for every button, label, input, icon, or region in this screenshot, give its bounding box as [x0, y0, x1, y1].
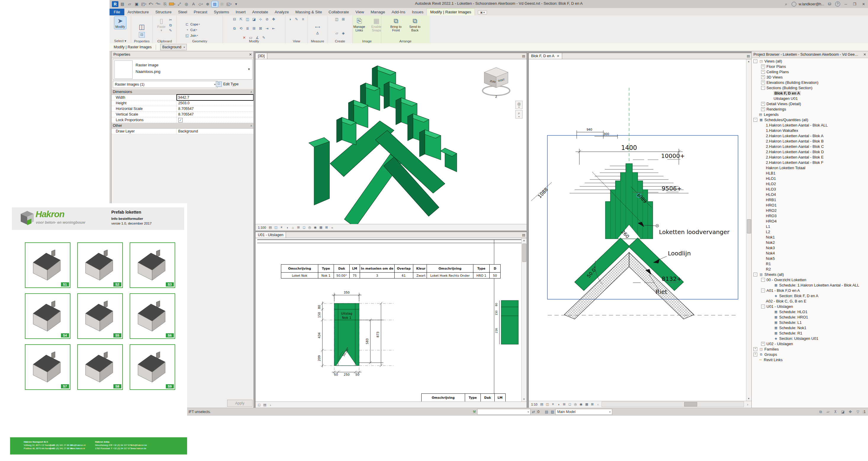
- tree-item[interactable]: Nok3: [752, 245, 868, 250]
- tree-item[interactable]: HRO3: [752, 213, 868, 218]
- u01-sheet-canvas[interactable]: Uitslag Nok 1: [255, 238, 526, 401]
- crop-view-icon[interactable]: ◻: [257, 402, 262, 407]
- tree-item[interactable]: ◈Section: Uitslagen U01: [752, 336, 868, 341]
- section-other[interactable]: Other٨: [112, 123, 254, 128]
- join-button[interactable]: ◱Join▾: [184, 33, 198, 38]
- tree-item[interactable]: +Elevations (Building Elevation): [752, 80, 868, 85]
- tab-add-ins[interactable]: Add-Ins: [389, 8, 409, 16]
- tree-item[interactable]: L1: [752, 224, 868, 229]
- window-menu-icon[interactable]: ▤: [521, 232, 527, 238]
- detail-level-icon[interactable]: ▤: [268, 225, 273, 230]
- view-window-u01[interactable]: U01 - Uitslagen▤: [255, 232, 527, 408]
- crop-view-icon[interactable]: ⊞: [562, 402, 567, 407]
- tree-item[interactable]: Uitslagen U01: [752, 96, 868, 101]
- tree-item[interactable]: ∾Revit Links: [752, 357, 868, 362]
- show-crop-icon[interactable]: ◻: [567, 402, 572, 407]
- tree-item[interactable]: ▦Schedule: Nok1: [752, 325, 868, 330]
- tree-item[interactable]: Hakron Loketten Totaal: [752, 165, 868, 170]
- drag-on-selection-toggle[interactable]: ✥: [847, 410, 853, 414]
- copy-icon[interactable]: ⧉: [232, 26, 237, 31]
- u01-title[interactable]: U01 - Uitslagen: [258, 233, 283, 237]
- loket-thumbnail-s5[interactable]: S5: [77, 293, 123, 339]
- tree-item[interactable]: -▦Schedules/Quantities (all): [752, 117, 868, 122]
- tree-item[interactable]: Nok5: [752, 256, 868, 261]
- tree-item[interactable]: 1.Hakron Loketten Aantal - Blok ALL: [752, 122, 868, 128]
- visual-style-icon[interactable]: ◫: [274, 225, 279, 230]
- tab-architecture[interactable]: Architecture: [124, 8, 152, 16]
- mirror-pick-axis-icon[interactable]: ◫: [245, 17, 250, 22]
- loket-thumbnail-s9[interactable]: S9: [130, 344, 175, 390]
- collapse-icon[interactable]: -: [761, 86, 765, 90]
- scale-button[interactable]: 1:100: [257, 226, 267, 229]
- loket-thumbnail-s4[interactable]: S4: [25, 293, 70, 339]
- hide-isolate-icon[interactable]: ◑: [287, 17, 293, 22]
- view-window-3d[interactable]: [3D]▤: [255, 53, 527, 231]
- cut-button[interactable]: ◔Cut▾: [184, 27, 197, 33]
- close-inactive-windows-icon[interactable]: ⊞: [219, 1, 225, 7]
- undo-icon[interactable]: ↶▾: [148, 1, 154, 7]
- tab-steel[interactable]: Steel: [175, 8, 191, 16]
- temporary-hide-icon[interactable]: ◎: [573, 402, 578, 407]
- expand-icon[interactable]: +: [753, 347, 757, 351]
- instance-filter-dropdown[interactable]: Raster Images (1)▾: [113, 81, 218, 88]
- blok-vertical-scrollbar[interactable]: ▲▼: [746, 59, 751, 401]
- app-store-icon[interactable]: ⛁: [827, 1, 833, 7]
- tab-annotate[interactable]: Annotate: [249, 8, 272, 16]
- help-icon[interactable]: ?: [835, 1, 840, 6]
- tab-systems[interactable]: Systems: [211, 8, 232, 16]
- tab-view[interactable]: View: [352, 8, 367, 16]
- shadows-icon[interactable]: ◑: [285, 225, 290, 230]
- design-options-icon[interactable]: ▨: [550, 410, 555, 414]
- height-field[interactable]: 2503.0: [177, 100, 254, 106]
- tree-item[interactable]: HRO2: [752, 208, 868, 213]
- tag-by-category-icon[interactable]: ◎: [183, 1, 189, 7]
- family-types-icon[interactable]: ⊟: [139, 32, 145, 38]
- tree-item[interactable]: HRB1: [752, 197, 868, 202]
- scroll-right-icon[interactable]: ›: [745, 402, 750, 407]
- match-properties-icon[interactable]: ✎: [168, 28, 173, 33]
- thin-lines-icon[interactable]: ▨: [212, 1, 218, 7]
- temporary-view-properties-icon[interactable]: ▦: [318, 225, 323, 230]
- tab-analyze[interactable]: Analyze: [272, 8, 292, 16]
- tree-item[interactable]: HLO3: [752, 186, 868, 192]
- close-button[interactable]: ✕: [860, 1, 867, 7]
- move-icon[interactable]: ✥: [271, 17, 276, 22]
- tree-item[interactable]: HLB1: [752, 170, 868, 176]
- aligned-dimension-icon[interactable]: ⤢: [176, 1, 182, 7]
- print-icon[interactable]: ⎘: [162, 1, 168, 7]
- expand-icon[interactable]: +: [761, 102, 765, 106]
- align-icon[interactable]: ⊟: [232, 17, 237, 22]
- restore-button[interactable]: ❐: [851, 1, 858, 7]
- tab-structure[interactable]: Structure: [152, 8, 175, 16]
- select-links-toggle[interactable]: ⧉: [818, 410, 824, 414]
- trim-corner-icon[interactable]: ⊞: [251, 26, 257, 31]
- tree-item[interactable]: -◳Views (all): [752, 58, 868, 64]
- expand-icon[interactable]: +: [761, 70, 765, 74]
- zoom-tool-icon[interactable]: ⌕▾: [516, 110, 523, 118]
- tree-item[interactable]: R2: [752, 266, 868, 272]
- blok-title[interactable]: Blok F, D en A: [531, 54, 555, 58]
- collapse-icon[interactable]: -: [753, 59, 757, 63]
- expand-viewbar-icon[interactable]: «: [330, 225, 335, 230]
- tree-item[interactable]: -U01 - Uitslagen: [752, 304, 868, 309]
- tree-item[interactable]: +Renderings: [752, 106, 868, 112]
- loket-thumbnail-s8[interactable]: S8: [77, 344, 123, 390]
- tree-item[interactable]: Nok1: [752, 234, 868, 240]
- expand-icon[interactable]: +: [761, 81, 765, 84]
- blok-horizontal-scrollbar[interactable]: [601, 401, 744, 407]
- detail-level-icon[interactable]: ▤: [539, 402, 544, 407]
- close-view-icon[interactable]: ✕: [557, 54, 560, 58]
- viewcube[interactable]: ZUID OOST Z: [480, 65, 513, 99]
- expand-icon[interactable]: +: [761, 65, 765, 68]
- loket-thumbnail-s6[interactable]: S6: [130, 293, 175, 339]
- customize-qat-icon[interactable]: ▾: [233, 1, 239, 7]
- redo-icon[interactable]: ↷▾: [155, 1, 161, 7]
- split-element-icon[interactable]: ⊹: [258, 17, 263, 22]
- tree-item[interactable]: HLO1: [752, 176, 868, 181]
- show-constraints-icon[interactable]: ⊠: [590, 402, 595, 407]
- tree-item[interactable]: -Sections (Building Section): [752, 85, 868, 90]
- loket-thumbnail-s3[interactable]: S3: [130, 242, 175, 288]
- width-field[interactable]: 3442.7: [177, 94, 254, 101]
- collapse-icon[interactable]: -: [753, 272, 757, 277]
- paste-button[interactable]: ▯Paste▾: [156, 17, 167, 33]
